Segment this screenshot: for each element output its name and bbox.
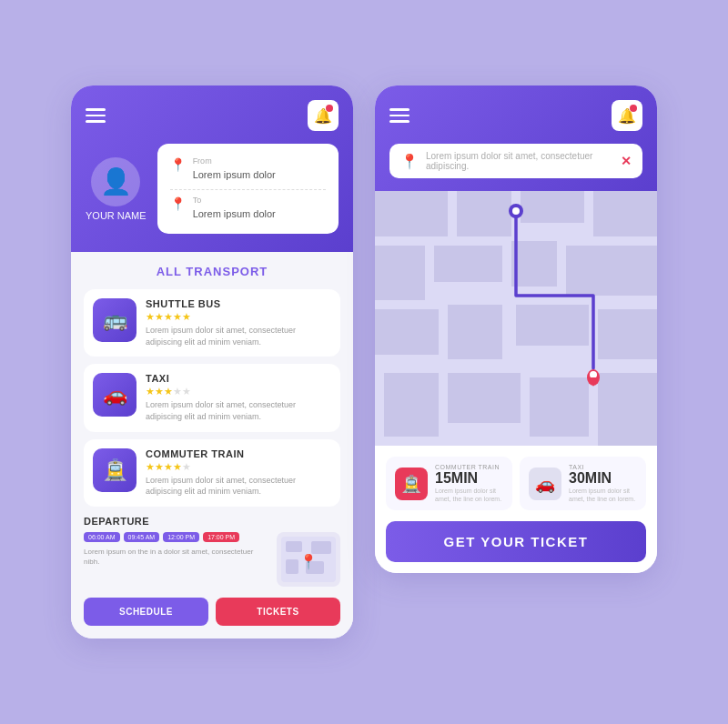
train-desc: Lorem ipsum dolor sit amet, consectetuer… bbox=[146, 475, 331, 498]
svg-rect-10 bbox=[375, 246, 425, 300]
svg-rect-15 bbox=[448, 305, 502, 359]
user-name: YOUR NAME bbox=[86, 210, 147, 221]
phone-screen-2: 🔔 📍 Lorem ipsum dolor sit amet, consecte… bbox=[375, 85, 657, 573]
taxi-name: TAXI bbox=[146, 373, 331, 384]
svg-rect-8 bbox=[521, 191, 584, 223]
phone1-body: ALL TRANSPORT 🚌 SHUTTLE BUS ★★★★★ Lorem … bbox=[71, 252, 353, 639]
phone1-header: 🔔 👤 YOUR NAME 📍 From Lorem i bbox=[71, 85, 353, 252]
profile-row: 👤 YOUR NAME 📍 From Lorem ipsum dolor 📍 bbox=[86, 144, 339, 234]
taxi-card-type: TAXI bbox=[569, 464, 637, 470]
time-chip-3[interactable]: 12:00 PM bbox=[163, 532, 199, 542]
train-card-content: COMMUTER TRAIN 15MIN Lorem ipsum dolor s… bbox=[435, 464, 503, 503]
bus-icon-box: 🚌 bbox=[93, 298, 136, 342]
time-chip-4[interactable]: 17:00 PM bbox=[203, 532, 239, 542]
search-pin-icon: 📍 bbox=[400, 153, 419, 170]
svg-point-25 bbox=[590, 371, 597, 378]
route-to: 📍 To Lorem ipsum dolor bbox=[170, 189, 326, 225]
search-bar[interactable]: 📍 Lorem ipsum dolor sit amet, consectetu… bbox=[389, 144, 642, 178]
train-icon: 🚊 bbox=[103, 458, 127, 482]
taxi-icon-box: 🚗 bbox=[93, 373, 136, 417]
bus-info: SHUTTLE BUS ★★★★★ Lorem ipsum dolor sit … bbox=[146, 298, 331, 347]
commuter-train-card[interactable]: 🚊 COMMUTER TRAIN 15MIN Lorem ipsum dolor… bbox=[386, 457, 512, 510]
avatar: 👤 bbox=[91, 157, 140, 206]
to-label: To bbox=[193, 196, 276, 205]
time-chip-1[interactable]: 06:00 AM bbox=[84, 532, 120, 542]
svg-rect-18 bbox=[384, 373, 439, 437]
svg-rect-11 bbox=[434, 246, 502, 282]
from-value: Lorem ipsum dolor bbox=[193, 169, 276, 180]
to-value: Lorem ipsum dolor bbox=[193, 208, 276, 219]
taxi-icon: 🚗 bbox=[103, 383, 127, 407]
transport-cards-row: 🚊 COMMUTER TRAIN 15MIN Lorem ipsum dolor… bbox=[386, 457, 646, 510]
time-chip-2[interactable]: 09:45 AM bbox=[124, 532, 160, 542]
taxi-card-time: 30MIN bbox=[569, 470, 637, 487]
svg-rect-21 bbox=[598, 373, 657, 446]
departure-desc: Lorem ipsum on the in a dolor sit amet, … bbox=[84, 547, 268, 567]
menu-icon[interactable] bbox=[86, 108, 106, 123]
bus-name: SHUTTLE BUS bbox=[146, 298, 331, 309]
transport-bottom: 🚊 COMMUTER TRAIN 15MIN Lorem ipsum dolor… bbox=[375, 446, 657, 573]
pin-from-icon: 📍 bbox=[170, 157, 186, 172]
phone-screen-1: 🔔 👤 YOUR NAME 📍 From Lorem i bbox=[71, 85, 353, 639]
header2-top-bar: 🔔 bbox=[389, 100, 642, 131]
bus-stars: ★★★★★ bbox=[146, 311, 331, 323]
train-card-time: 15MIN bbox=[435, 470, 503, 487]
route-from: 📍 From Lorem ipsum dolor bbox=[170, 153, 326, 186]
train-card-icon: 🚊 bbox=[401, 474, 421, 494]
mini-map: 📍 bbox=[277, 532, 340, 587]
transport-card-taxi[interactable]: 🚗 TAXI ★★★★★ Lorem ipsum dolor sit amet,… bbox=[84, 364, 340, 431]
train-card-desc: Lorem ipsum dolor sit amet, the line on … bbox=[435, 487, 503, 503]
departure-left: 06:00 AM 09:45 AM 12:00 PM 17:00 PM Lore… bbox=[84, 532, 268, 567]
train-info: COMMUTER TRAIN ★★★★★ Lorem ipsum dolor s… bbox=[146, 448, 331, 498]
get-ticket-button[interactable]: GET YOUR TICKET bbox=[386, 521, 646, 562]
svg-point-23 bbox=[512, 207, 520, 215]
svg-rect-9 bbox=[593, 191, 657, 236]
bus-desc: Lorem ipsum dolor sit amet, consectetuer… bbox=[146, 325, 331, 347]
time-chips: 06:00 AM 09:45 AM 12:00 PM 17:00 PM bbox=[84, 532, 268, 542]
pin-to-icon: 📍 bbox=[170, 196, 186, 211]
taxi-stars: ★★★★★ bbox=[146, 386, 331, 397]
menu2-icon[interactable] bbox=[389, 108, 410, 123]
search-text: Lorem ipsum dolor sit amet, consectetuer… bbox=[426, 151, 613, 171]
svg-rect-1 bbox=[286, 541, 302, 552]
train-card-type: COMMUTER TRAIN bbox=[435, 464, 503, 470]
header-top-bar: 🔔 bbox=[86, 100, 339, 131]
svg-rect-6 bbox=[375, 191, 448, 236]
departure-row: 06:00 AM 09:45 AM 12:00 PM 17:00 PM Lore… bbox=[84, 532, 340, 587]
svg-rect-12 bbox=[511, 241, 557, 287]
transport-card-bus[interactable]: 🚌 SHUTTLE BUS ★★★★★ Lorem ipsum dolor si… bbox=[84, 289, 340, 357]
taxi-desc: Lorem ipsum dolor sit amet, consectetuer… bbox=[146, 399, 331, 422]
train-stars: ★★★★★ bbox=[146, 461, 331, 473]
departure-title: DEPARTURE bbox=[84, 516, 340, 527]
close-icon[interactable]: ✕ bbox=[621, 154, 632, 168]
all-transport-title: ALL TRANSPORT bbox=[84, 265, 340, 278]
transport-card-train[interactable]: 🚊 COMMUTER TRAIN ★★★★★ Lorem ipsum dolor… bbox=[84, 439, 340, 507]
phone2-header: 🔔 📍 Lorem ipsum dolor sit amet, consecte… bbox=[375, 85, 657, 191]
schedule-button[interactable]: SCHEDULE bbox=[84, 598, 208, 626]
notification2-button[interactable]: 🔔 bbox=[612, 100, 642, 131]
svg-rect-2 bbox=[311, 541, 331, 554]
train-icon-box: 🚊 bbox=[93, 448, 136, 492]
taxi-card-icon-box: 🚗 bbox=[529, 468, 561, 500]
taxi-card-icon: 🚗 bbox=[535, 474, 555, 494]
taxi-info: TAXI ★★★★★ Lorem ipsum dolor sit amet, c… bbox=[146, 373, 331, 422]
train-card-icon-box: 🚊 bbox=[395, 468, 428, 500]
action-buttons: SCHEDULE TICKETS bbox=[84, 598, 340, 626]
taxi-card-desc: Lorem ipsum dolor sit amet, the line on … bbox=[569, 487, 637, 503]
svg-rect-17 bbox=[598, 309, 657, 359]
svg-rect-7 bbox=[457, 191, 511, 236]
svg-rect-20 bbox=[530, 377, 589, 437]
map-pin-icon: 📍 bbox=[299, 553, 318, 570]
map-area bbox=[375, 191, 657, 446]
notification-button[interactable]: 🔔 bbox=[308, 100, 339, 131]
user-icon: 👤 bbox=[100, 166, 132, 196]
svg-rect-19 bbox=[448, 373, 521, 423]
svg-rect-13 bbox=[566, 246, 657, 296]
taxi-card[interactable]: 🚗 TAXI 30MIN Lorem ipsum dolor sit amet,… bbox=[520, 457, 646, 510]
svg-rect-3 bbox=[286, 559, 298, 574]
tickets-button[interactable]: TICKETS bbox=[216, 598, 340, 626]
from-label: From bbox=[193, 156, 276, 166]
svg-rect-14 bbox=[375, 309, 439, 355]
taxi-card-content: TAXI 30MIN Lorem ipsum dolor sit amet, t… bbox=[569, 464, 637, 503]
svg-rect-16 bbox=[516, 305, 589, 346]
